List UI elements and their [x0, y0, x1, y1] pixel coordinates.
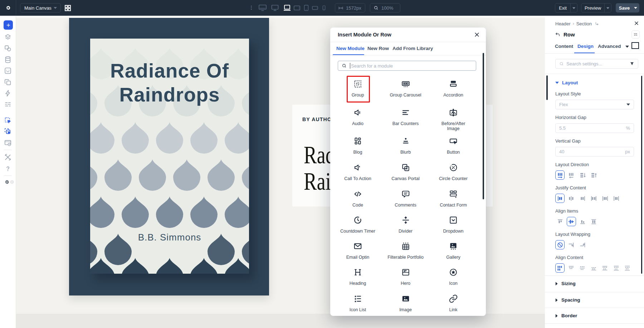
option-justify-around[interactable] [600, 194, 610, 203]
option-align-stretch[interactable] [589, 217, 599, 226]
module-item-accordion[interactable]: Accordion [430, 79, 477, 98]
panel-left-scrollbar[interactable] [546, 75, 548, 100]
setting-input-vertical-gap[interactable]: 40px [555, 147, 634, 156]
layout-section-header[interactable]: Layout [555, 74, 634, 86]
collapsed-section-sizing[interactable]: Sizing [545, 275, 644, 291]
breadcrumb-section[interactable]: Section [576, 21, 592, 26]
copy-icon[interactable] [4, 78, 12, 86]
option-justify-evenly[interactable] [612, 194, 621, 203]
list-lines-icon[interactable] [4, 100, 12, 108]
option-ac-around[interactable] [611, 263, 621, 273]
module-item-image[interactable]: Image [382, 294, 429, 312]
preview-dropdown-button[interactable] [605, 7, 611, 9]
option-dir-col-reverse[interactable] [589, 170, 599, 180]
module-search-field[interactable]: Search for a module [338, 61, 476, 71]
option-dir-col[interactable] [578, 170, 587, 180]
device-tablet-landscape[interactable] [293, 4, 301, 12]
multi-select-icon[interactable] [4, 128, 12, 135]
device-phone-landscape[interactable] [311, 4, 319, 12]
database-icon[interactable] [4, 56, 12, 64]
option-justify-between[interactable] [589, 194, 599, 203]
option-justify-end[interactable] [578, 194, 587, 203]
option-ac-end[interactable] [589, 263, 598, 273]
module-item-heading[interactable]: Heading [334, 268, 381, 286]
module-item-gallery[interactable]: Gallery [430, 242, 477, 260]
canvas-width-box[interactable]: 1572px [335, 3, 365, 13]
panel-tab-design[interactable]: Design [577, 44, 594, 49]
circle-toggle-icon[interactable] [10, 180, 14, 184]
settings-search-field[interactable]: Search settings... [555, 59, 638, 69]
add-element-button[interactable] [4, 20, 13, 30]
save-dropdown-button[interactable] [633, 7, 639, 9]
select-cursor-icon[interactable] [4, 116, 12, 124]
modal-scrollbar[interactable] [483, 53, 484, 199]
device-phone[interactable] [321, 4, 327, 12]
help-icon[interactable] [4, 165, 12, 173]
option-wrap-reverse[interactable] [578, 240, 587, 249]
module-item-contact-form[interactable]: Contact Form [430, 189, 477, 208]
tools-icon[interactable] [4, 153, 12, 161]
module-item-icon-list[interactable]: Icon List [334, 294, 381, 312]
modal-tab-new-module[interactable]: New Module [336, 46, 365, 51]
shapes-icon[interactable] [4, 44, 12, 52]
option-dir-row[interactable] [555, 170, 565, 180]
form-card-icon[interactable] [4, 67, 12, 75]
exit-dropdown-button[interactable] [571, 7, 577, 9]
modal-tab-new-row[interactable]: New Row [367, 46, 389, 51]
window-eye-icon[interactable] [4, 139, 12, 147]
module-item-link[interactable]: Link [430, 294, 477, 312]
module-item-blurb[interactable]: Blurb [382, 136, 429, 155]
module-item-bar-counters[interactable]: Bar Counters [382, 108, 429, 126]
module-item-button[interactable]: Button [430, 136, 477, 155]
panel-dock-button[interactable] [631, 30, 640, 39]
module-item-comments[interactable]: Comments [382, 189, 429, 208]
option-justify-start[interactable] [555, 194, 565, 203]
option-wrap[interactable] [567, 240, 576, 249]
option-align-end[interactable] [578, 217, 587, 226]
device-tablet[interactable] [303, 4, 310, 12]
option-dir-row-reverse[interactable] [567, 170, 576, 180]
collapsed-section-border[interactable]: Border [545, 308, 644, 323]
panel-close-icon[interactable] [634, 21, 639, 26]
option-align-start[interactable] [555, 217, 565, 226]
setting-select-layout-style[interactable]: Flex [555, 100, 634, 109]
module-item-group-carousel[interactable]: Group Carousel [382, 79, 429, 98]
panel-tab-advanced[interactable]: Advanced [598, 44, 621, 49]
zoom-box[interactable]: 100% [370, 3, 400, 13]
module-item-icon[interactable]: Icon [430, 268, 477, 286]
filter-funnel-icon[interactable] [630, 61, 634, 66]
module-item-call-to-action[interactable]: Call To Action [334, 163, 381, 181]
option-ac-evenly[interactable] [623, 263, 632, 273]
modal-tab-add-from-library[interactable]: Add From Library [392, 46, 433, 51]
device-laptop-active[interactable] [283, 4, 292, 12]
more-options-kebab-icon[interactable] [249, 5, 254, 10]
option-ac-start[interactable] [566, 263, 576, 273]
module-item-filterable-portfolio[interactable]: Filterable Portfolio [382, 242, 429, 260]
setting-input-horizontal-gap[interactable]: 5.5% [555, 123, 634, 133]
module-item-countdown-timer[interactable]: Countdown Timer [334, 215, 381, 234]
preview-square-icon[interactable] [631, 42, 639, 49]
device-desktop[interactable] [270, 4, 279, 12]
option-justify-center[interactable] [567, 194, 576, 203]
layers-icon[interactable] [4, 33, 12, 41]
canvas-selector[interactable]: Main Canvas [20, 3, 61, 13]
device-desktop-xl[interactable] [258, 4, 268, 12]
gear-small-icon[interactable] [5, 180, 9, 184]
option-align-center[interactable] [567, 217, 576, 226]
builder-settings-gear-icon[interactable] [6, 5, 11, 10]
module-item-hero[interactable]: Hero [382, 268, 429, 286]
book-cover-image-module[interactable]: Radiance Of Raindrops B.B. Simmons [69, 18, 269, 295]
back-arrow-icon[interactable] [555, 32, 560, 37]
panel-tab-content[interactable]: Content [555, 44, 573, 49]
save-button[interactable]: Save [616, 5, 633, 11]
modal-close-icon[interactable] [474, 32, 480, 38]
module-item-canvas-portal[interactable]: Canvas Portal [382, 163, 429, 181]
option-ac-stretch[interactable] [555, 263, 565, 273]
option-wrap-none[interactable] [555, 240, 565, 249]
exit-button[interactable]: Exit [555, 5, 570, 11]
collapsed-section-spacing[interactable]: Spacing [545, 292, 644, 308]
option-ac-between[interactable] [600, 263, 610, 273]
module-item-code[interactable]: Code [334, 189, 381, 208]
breadcrumb-header[interactable]: Header [555, 21, 571, 26]
preview-button[interactable]: Preview [581, 5, 604, 11]
